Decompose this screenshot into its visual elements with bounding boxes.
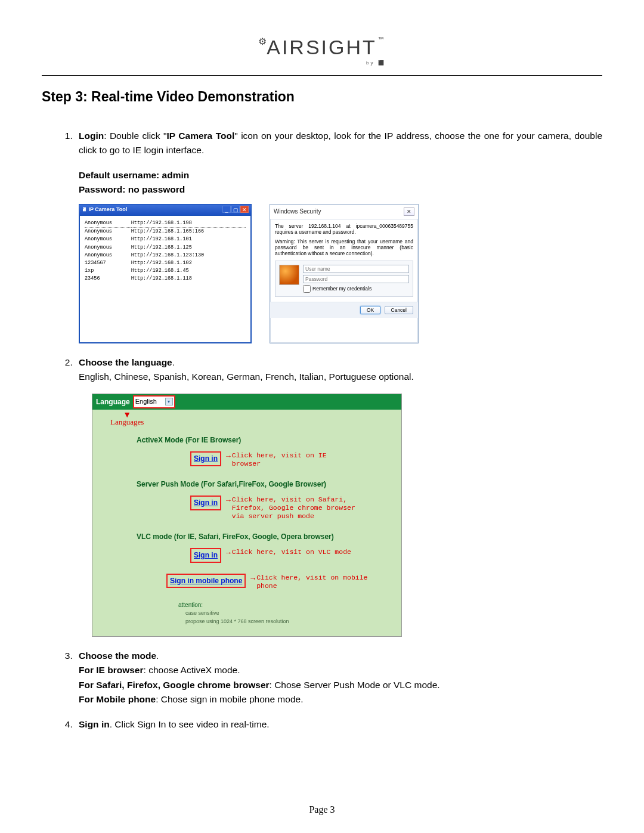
annotation-vlc: →Click here, visit on VLC mode	[226, 548, 351, 558]
remember-checkbox[interactable]: Remember my credentials	[303, 285, 409, 293]
default-username: Default username: admin	[79, 168, 602, 182]
signin-mobile-link[interactable]: Sign in mobile phone	[166, 574, 246, 589]
window-title: IP Camera Tool	[89, 206, 128, 212]
dialog-warning: Warning: This server is requesting that …	[275, 239, 413, 257]
close-icon[interactable]: ✕	[404, 208, 414, 216]
list-item[interactable]: 1234567	[85, 259, 131, 267]
ok-button[interactable]: OK	[360, 306, 380, 314]
annotation-activex: →Click here, visit on IE browser	[226, 451, 357, 468]
language-select[interactable]: English ▾	[134, 396, 175, 407]
list-item[interactable]: Anonymous	[85, 244, 131, 252]
list-item[interactable]: Anonymous	[85, 252, 131, 259]
list-item[interactable]: 1xp	[85, 267, 131, 275]
default-password: Password: no password	[79, 182, 602, 197]
page-title: Step 3: Real-time Video Demonstration	[42, 89, 602, 105]
step-login: Login: Double click "IP Camera Tool" ico…	[75, 129, 602, 343]
avatar	[279, 265, 299, 285]
windows-security-dialog: Windows Security ✕ The server 192.168.1.…	[270, 204, 419, 343]
brand-name: AIRSIGHT	[267, 36, 377, 58]
maximize-icon[interactable]: ▢	[231, 206, 240, 213]
signin-activex-link[interactable]: Sign in	[190, 451, 221, 466]
annotation-mobile: →Click here, visit on mobile phone	[250, 574, 382, 590]
attention-block: attention: case sensitive propose using …	[178, 600, 393, 625]
list-item[interactable]: Anonymous	[85, 236, 131, 243]
brand-logo: ⚙AIRSIGHT™ by ⬛	[42, 36, 602, 67]
language-label: Language	[96, 397, 130, 408]
step-choose-language: Choose the language. English, Chinese, S…	[75, 355, 602, 637]
divider	[42, 75, 602, 76]
close-icon[interactable]: ✕	[240, 206, 249, 213]
annotation-push: →Click here, visit on Safari, Firefox, G…	[226, 496, 357, 520]
list-item[interactable]: 23456	[85, 275, 131, 283]
ip-camera-tool-window: 🖥 IP Camera Tool _▢✕ AnonymousHttp://192…	[79, 204, 252, 343]
mode-push-title: Server Push Mode (For Safari,FireFox, Go…	[137, 479, 393, 490]
app-icon: 🖥	[82, 206, 87, 212]
step-choose-mode: Choose the mode. For IE browser: choose …	[75, 649, 602, 706]
password-field[interactable]	[303, 275, 409, 283]
signin-vlc-link[interactable]: Sign in	[190, 548, 221, 563]
dialog-message: The server 192.168.1.104 at ipcamera_000…	[275, 223, 413, 235]
dialog-title: Windows Security	[274, 207, 321, 216]
mode-vlc-title: VLC mode (for IE, Safari, FireFox, Googl…	[137, 531, 393, 543]
list-item[interactable]: Anonymous	[85, 228, 131, 236]
page-footer: Page 3	[0, 804, 644, 815]
username-field[interactable]	[303, 265, 409, 273]
login-mode-panel: Language English ▾ ▼ Languages ActiveX M…	[92, 394, 402, 637]
minimize-icon[interactable]: _	[222, 206, 231, 213]
signin-push-link[interactable]: Sign in	[190, 496, 221, 510]
mode-activex-title: ActiveX Mode (For IE Browser)	[137, 435, 393, 446]
step-sign-in: Sign in. Click Sign In to see video in r…	[75, 717, 602, 732]
camera-list: AnonymousHttp://192.168.1.198 AnonymousH…	[85, 219, 246, 283]
cancel-button[interactable]: Cancel	[385, 306, 413, 314]
chevron-down-icon: ▾	[165, 398, 173, 405]
list-item[interactable]: Anonymous	[85, 219, 131, 228]
annotation-languages: ▼ Languages	[110, 413, 144, 429]
